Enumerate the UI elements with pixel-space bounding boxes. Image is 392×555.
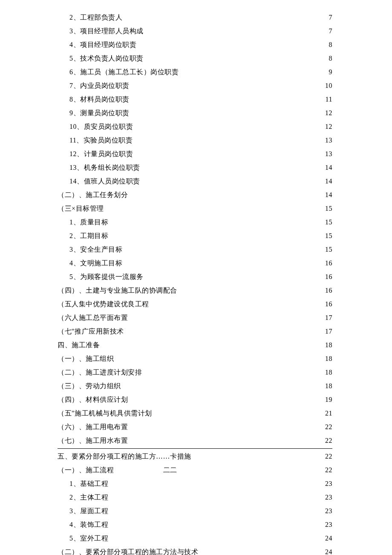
toc-entry-label: 5、技术负责人岗位职责 <box>69 52 145 65</box>
toc-entry: 1、质量目标 15 <box>58 215 332 229</box>
toc-entry: 8、材料员岗位职责 11 <box>58 93 332 106</box>
toc-entry: 10、质安员岗位职责 12 <box>58 120 332 134</box>
toc-entry-page: 16 <box>324 256 332 270</box>
toc-entry-label: （三×目标管理 <box>58 202 106 215</box>
toc-entry: （二）、要紧分部分项工程的施工方法与技术 24 <box>58 545 332 555</box>
toc-leader-dots <box>142 163 324 170</box>
toc-leader-dots <box>110 218 325 224</box>
toc-leader-dots <box>110 493 325 500</box>
toc-entry-label: 5、为顾客提供一流服务 <box>69 270 145 284</box>
toc-entry: （五"施工机械与机具供需计划 21 <box>58 407 332 420</box>
toc-entry-label: （六人施工总平面布置 <box>58 311 130 325</box>
toc-entry-page: 15 <box>324 215 332 229</box>
toc-entry-label: 6、施工员（施工总工长）岗位职责 <box>69 65 181 79</box>
toc-leader-dots <box>130 436 325 443</box>
toc-entry: 12、计量员岗位职责 13 <box>58 147 332 161</box>
toc-entry-label: （五人集中优势建设优良工程 <box>58 297 151 311</box>
toc-entry: 5、技术负责人岗位职责 8 <box>58 52 332 65</box>
toc-entry-page: 17 <box>324 311 332 325</box>
toc-entry-page: 13 <box>324 147 332 161</box>
toc-entry-page: 12 <box>324 106 332 120</box>
toc-entry: 3、安全生产目标 15 <box>58 243 332 256</box>
toc-entry-page: 14 <box>324 161 332 174</box>
toc-entry-label: 10、质安员岗位职责 <box>69 120 135 134</box>
toc-entry: 11、实验员岗位职责 13 <box>58 134 332 147</box>
toc-entry-label: 7、内业员岗位职责 <box>69 79 131 93</box>
toc-entry: （三）、劳动力组织 18 <box>58 379 332 393</box>
toc-entry: 2、工程部负责人 7 <box>58 11 332 24</box>
toc-entry: 3、项目经理部人员构成 7 <box>58 24 332 38</box>
toc-leader-dots <box>131 81 324 88</box>
toc-entry: 五、要紧分部分项工程的施工方……卡措施 22 <box>58 450 332 463</box>
toc-entry-label: （五"施工机械与机具供需计划 <box>58 407 154 420</box>
toc-entry-page: 23 <box>324 477 332 491</box>
toc-entry-page: 17 <box>324 325 332 338</box>
toc-entry: 4、项目经理岗位职责 8 <box>58 38 332 52</box>
toc-entry: （七）、施工用水布置 22 <box>58 434 332 447</box>
toc-entry-page: 22 <box>324 463 332 477</box>
toc-entry-label: （二）、施工进度计划安排 <box>58 366 144 379</box>
toc-entry-label: 1、基础工程 <box>69 477 110 491</box>
toc-entry-page: 13 <box>324 134 332 147</box>
toc-entry: 4、文明施工目标 16 <box>58 256 332 270</box>
toc-entry-label: 8、材料员岗位职责 <box>69 93 131 106</box>
toc-entry-label: 9、测量员岗位职责 <box>69 106 131 120</box>
toc-entry: 四、施工准备 18 <box>58 338 332 352</box>
toc-entry: 3、屋面工程 23 <box>58 504 332 518</box>
toc-entry-label: 4、项目经理岗位职责 <box>69 38 138 52</box>
toc-leader-dots <box>126 327 324 334</box>
toc-entry-label: （七）、施工用水布置 <box>58 434 130 447</box>
toc-leader-dots <box>123 381 324 388</box>
toc-entry: 9、测量员岗位职责 12 <box>58 106 332 120</box>
toc-leader-dots <box>124 13 328 20</box>
toc-entry: 2、主体工程 23 <box>58 491 332 504</box>
toc-entry: （三×目标管理 15 <box>58 202 332 215</box>
toc-entry-label: （四）、土建与专业施工队的协调配合 <box>58 284 179 297</box>
toc-entry-page: 12 <box>324 120 332 134</box>
toc-entry: （六人施工总平面布置 17 <box>58 311 332 325</box>
toc-leader-dots <box>135 122 325 129</box>
toc-entry-page: 18 <box>324 352 332 366</box>
toc-entry-label: （一）、施工流程 二二 <box>58 463 179 477</box>
toc-entry-page: 22 <box>324 450 332 463</box>
toc-entry: （六）、施工用电布置 22 <box>58 420 332 434</box>
toc-entry: 5、为顾客提供一流服务 16 <box>58 270 332 284</box>
toc-entry-page: 22 <box>324 420 332 434</box>
toc-entry-page: 9 <box>328 65 333 79</box>
toc-leader-dots <box>110 534 325 540</box>
toc-entry-page: 14 <box>324 174 332 188</box>
toc-leader-dots <box>106 204 324 211</box>
toc-entry-page: 23 <box>324 518 332 532</box>
toc-leader-dots <box>138 40 328 47</box>
toc-entry-page: 24 <box>324 545 332 555</box>
toc-leader-dots <box>145 272 324 279</box>
toc-entry: 7、内业员岗位职责 10 <box>58 79 332 93</box>
toc-entry-label: （六）、施工用电布置 <box>58 420 130 434</box>
toc-entry-page: 18 <box>324 338 332 352</box>
toc-entry-label: 1、质量目标 <box>69 215 110 229</box>
toc-entry-label: 2、工程部负责人 <box>69 11 124 24</box>
toc-leader-dots <box>130 190 325 197</box>
toc-entry: （一）、施工组织 18 <box>58 352 332 366</box>
toc-entry-page: 21 <box>324 407 332 420</box>
toc-entry-label: 2、工期目标 <box>69 229 110 243</box>
toc-leader-dots <box>144 368 325 375</box>
toc-entry-label: 2、主体工程 <box>69 491 110 504</box>
toc-entry-page: 7 <box>328 11 333 24</box>
toc-entry-label: 14、值班人员岗位职责 <box>69 174 142 188</box>
document-page: 2、工程部负责人 73、项目经理部人员构成 74、项目经理岗位职责 85、技术负… <box>0 0 392 555</box>
toc-leader-dots <box>135 149 325 156</box>
toc-leader-dots <box>131 108 324 115</box>
toc-leader-dots <box>110 479 325 486</box>
toc-leader-dots <box>110 231 325 238</box>
toc-entry-page: 8 <box>328 52 333 65</box>
toc-entry-page: 16 <box>324 270 332 284</box>
toc-leader-dots <box>179 286 324 293</box>
toc-leader-dots <box>102 340 325 347</box>
toc-entry-page: 15 <box>324 202 332 215</box>
toc-entry-label: 3、项目经理部人员构成 <box>69 24 145 38</box>
toc-entry-label: （三）、劳动力组织 <box>58 379 123 393</box>
toc-leader-dots <box>130 313 325 320</box>
toc-entry: 6、施工员（施工总工长）岗位职责 9 <box>58 65 332 79</box>
toc-entry: （二）、施工进度计划安排 18 <box>58 366 332 379</box>
